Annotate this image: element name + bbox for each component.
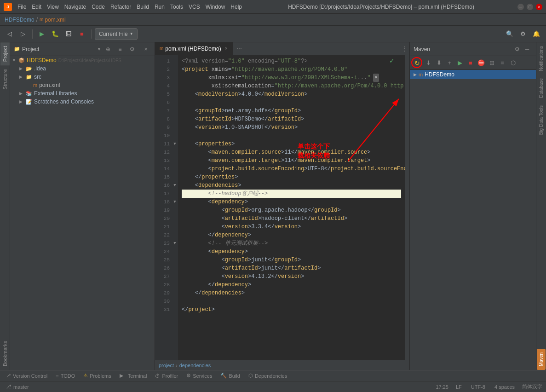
notifications-button[interactable]: 🔔 <box>530 28 542 40</box>
sidebar-item-structure[interactable]: Structure <box>0 65 10 93</box>
run-button[interactable]: ▶ <box>36 28 48 40</box>
menu-help[interactable]: Help <box>228 3 245 11</box>
bottom-tab-problems[interactable]: ⚠ Problems <box>80 372 115 380</box>
stop-button[interactable]: ■ <box>76 28 88 40</box>
menu-file[interactable]: File <box>15 3 29 11</box>
tree-item-scratches[interactable]: ▶ 📝 Scratches and Consoles <box>10 98 155 106</box>
menu-code[interactable]: Code <box>89 3 108 11</box>
breadcrumb-project: project <box>159 363 174 368</box>
bottom-tab-terminal[interactable]: ▶_ Terminal <box>116 372 151 380</box>
menu-refactor[interactable]: Refactor <box>108 3 134 11</box>
fold-11[interactable]: ▼ <box>172 140 178 148</box>
current-file-selector[interactable]: Current File ▼ <box>95 28 138 40</box>
breadcrumb-hdfs[interactable]: HDFSDemo <box>5 17 34 23</box>
bottom-tab-deps[interactable]: ⬡ Dependencies <box>245 372 291 380</box>
bottom-tab-vc[interactable]: ⎇ Version Control <box>2 372 51 380</box>
editor-breadcrumb: project › dependencies <box>155 360 409 370</box>
project-settings-button[interactable]: ⚙ <box>127 44 137 54</box>
maven-close-button[interactable]: ─ <box>522 44 532 54</box>
menu-run[interactable]: Run <box>152 3 167 11</box>
maven-item-hdfs[interactable]: ▶ m HDFSDemo <box>410 70 536 79</box>
maven-diagram-button[interactable]: ⬡ <box>508 58 518 68</box>
menu-tools[interactable]: Tools <box>167 3 186 11</box>
code-line-6 <box>182 98 401 107</box>
ln-3: 3 <box>155 74 170 82</box>
sidebar-item-notifications[interactable]: Notifications <box>537 42 546 75</box>
bottom-tab-profiler[interactable]: ⏱ Profiler <box>151 372 182 380</box>
code-editor[interactable]: 1 2 3 4 5 6 7 8 9 10 11 12 13 14 15 16 1 <box>155 55 409 360</box>
tree-item-idea[interactable]: ▶ 📂 .idea <box>10 64 155 73</box>
sidebar-item-database[interactable]: Database <box>537 75 546 102</box>
menu-window[interactable]: Window <box>203 3 228 11</box>
code-line-9: <version>1.0-SNAPSHOT</version> <box>182 123 401 132</box>
pom-tab-close[interactable]: × <box>225 46 228 51</box>
menu-vcs[interactable]: VCS <box>186 3 203 11</box>
breadcrumb-sep: / <box>36 17 38 23</box>
tree-item-hdfs[interactable]: ▼ 📦 HDFSDemo D:\Projects\IdeaProjects\HD… <box>10 56 155 64</box>
menu-build[interactable]: Build <box>134 3 152 11</box>
sidebar-item-project[interactable]: Project <box>0 42 10 65</box>
sidebar-item-bigdata[interactable]: Big Data Tools <box>537 102 546 138</box>
maven-download-sources-button[interactable]: ⬇ <box>434 58 444 68</box>
menu-edit[interactable]: Edit <box>29 3 44 11</box>
fold-16[interactable]: ▼ <box>172 181 178 190</box>
code-line-11: <properties> <box>182 140 401 148</box>
project-panel-header: 📁 Project ▼ ⊕ ≡ ⚙ × <box>10 42 155 56</box>
maven-expand-button[interactable]: ≡ <box>497 58 507 68</box>
sidebar-item-maven-right[interactable]: Maven <box>537 349 546 370</box>
fold-18[interactable]: ▼ <box>172 198 178 206</box>
bottom-tabs: ⎇ Version Control ≡ TODO ⚠ Problems ▶_ T… <box>0 370 546 381</box>
ln-14: 14 <box>155 165 170 173</box>
menu-view[interactable]: View <box>44 3 62 11</box>
menu-navigate[interactable]: Navigate <box>62 3 89 11</box>
back-button[interactable]: ◁ <box>4 28 16 40</box>
project-tree: ▼ 📦 HDFSDemo D:\Projects\IdeaProjects\HD… <box>10 56 155 370</box>
code-content[interactable]: <?xml version="1.0" encoding="UTF-8"?> <… <box>178 55 405 360</box>
maven-add-button[interactable]: + <box>444 58 454 68</box>
maven-run-button[interactable]: ▶ <box>455 58 465 68</box>
bottom-tab-services[interactable]: ⚙ Services <box>183 372 216 380</box>
maven-reload-button[interactable]: ↻ <box>412 58 423 69</box>
sidebar-item-bookmarks[interactable]: Bookmarks <box>0 337 10 370</box>
forward-button[interactable]: ▷ <box>17 28 29 40</box>
toolbar-separator-2 <box>91 29 92 39</box>
bottom-tab-build[interactable]: 🔨 Build <box>217 372 243 380</box>
status-charset[interactable]: UTF-8 <box>469 384 487 390</box>
status-indent[interactable]: 4 spaces <box>493 384 517 390</box>
minimize-button[interactable]: ─ <box>517 4 524 10</box>
bottom-tab-todo[interactable]: ≡ TODO <box>52 372 79 380</box>
status-git[interactable]: ⎇ master <box>4 384 31 390</box>
project-close-button[interactable]: × <box>141 44 151 54</box>
search-everywhere-button[interactable]: 🔍 <box>504 28 516 40</box>
editor-more-tabs[interactable]: ⋯ <box>235 46 244 52</box>
fold-24[interactable]: ▼ <box>172 239 178 248</box>
close-button[interactable]: × <box>536 4 542 10</box>
code-line-26: <artifactId>junit</artifactId> <box>182 264 401 272</box>
debug-button[interactable]: 🐛 <box>49 28 61 40</box>
editor-scrollbar[interactable] <box>405 55 409 360</box>
run-with-coverage-button[interactable]: ⛾ <box>63 28 75 40</box>
scope-button[interactable]: ⊕ <box>103 44 113 54</box>
maven-tree: ▶ m HDFSDemo <box>410 70 536 370</box>
maven-skip-test-button[interactable]: ⛔ <box>476 58 486 68</box>
status-lf[interactable]: LF <box>454 384 464 390</box>
maven-stop-button[interactable]: ■ <box>466 58 476 68</box>
tree-item-src[interactable]: ▶ 📁 src <box>10 73 155 81</box>
settings-button[interactable]: ⚙ <box>517 28 529 40</box>
maven-settings-button[interactable]: ⚙ <box>512 44 522 54</box>
ln-30: 30 <box>155 297 170 306</box>
sort-button[interactable]: ≡ <box>115 44 125 54</box>
ln-23: 23 <box>155 239 170 248</box>
tree-item-ext-libs[interactable]: ▶ 📚 External Libraries <box>10 89 155 98</box>
breadcrumb-file[interactable]: pom.xml <box>45 17 65 23</box>
maximize-button[interactable]: □ <box>527 4 533 10</box>
editor-tabs: m pom.xml (HDFSDemo) × ⋯ ⋮ <box>155 42 409 55</box>
deps-icon: ⬡ <box>248 373 253 379</box>
project-dropdown-arrow[interactable]: ▼ <box>97 47 101 52</box>
editor-tab-pom[interactable]: m pom.xml (HDFSDemo) × <box>155 42 233 55</box>
tree-item-pom[interactable]: m pom.xml <box>10 81 155 89</box>
editor-options-button[interactable]: ⋮ <box>399 44 409 54</box>
code-line-12: <maven.compiler.source>11</maven.compile… <box>182 148 401 156</box>
maven-download-button[interactable]: ⬇ <box>423 58 433 68</box>
maven-collapse-button[interactable]: ⊟ <box>487 58 497 68</box>
